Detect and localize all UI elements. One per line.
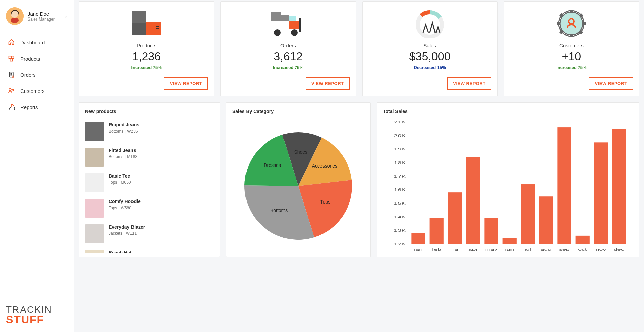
x-tick: dec [614,247,624,251]
bar-chart: 12K13K14K15K16K17K18K19K20K21Kjanfebmara… [383,119,633,253]
pie-icon [8,104,15,110]
user-block[interactable]: Jane Doe Sales Manager ⌄ [6,7,68,25]
list-item[interactable]: Beach Hat Accessories|W322 [85,247,210,253]
view-report-button[interactable]: VIEW REPORT [447,77,491,90]
kpi-delta: Increased 75% [273,65,303,70]
product-meta: Jackets|W111 [109,231,145,236]
panel-heading: Total Sales [383,109,633,114]
product-name: Comfy Hoodie [109,199,141,204]
x-tick: nov [596,247,606,251]
svg-rect-2 [11,18,19,23]
kpi-title: Sales [423,43,436,48]
view-report-button[interactable]: VIEW REPORT [589,77,633,90]
bar [448,192,462,244]
kpi-card-products: Products 1,236 Increased 75% VIEW REPORT [79,1,214,96]
list-item[interactable]: Everyday Blazer Jackets|W111 [85,221,210,247]
users-icon [8,87,15,94]
product-name: Ripped Jeans [109,122,139,127]
logo: TRACKIN STUFF [6,305,68,325]
brand-bot: STUFF [6,315,68,325]
svg-rect-5 [10,59,13,61]
panel-new-products: New products Ripped Jeans Bottoms|W235 F… [79,102,220,257]
boxes-icon [8,55,15,62]
kpi-title: Customers [559,43,584,48]
x-tick: feb [432,247,441,251]
sidebar-item-customers[interactable]: Customers [6,83,68,99]
y-tick: 20K [394,134,406,138]
x-tick: oct [578,247,587,251]
user-role: Sales Manager [28,17,60,22]
bar [503,238,517,244]
brand-top: TRACKIN [6,305,68,315]
bar [576,236,590,244]
forklift-icon [268,9,308,38]
list-item[interactable]: Fitted Jeans Bottoms|M188 [85,144,210,170]
svg-point-11 [9,88,11,91]
product-name: Basic Tee [109,173,131,179]
sidebar-item-products[interactable]: Products [6,50,68,67]
panel-sales-by-category: Sales By Category ShoesAccessoriesTopsBo… [226,102,371,257]
y-tick: 13K [394,228,406,232]
sidebar-item-reports[interactable]: Reports [6,99,68,115]
bar [466,157,480,244]
svg-rect-21 [299,18,301,32]
kpi-row: Products 1,236 Increased 75% VIEW REPORT… [79,0,639,96]
product-thumb [85,199,104,218]
svg-point-12 [12,89,14,91]
pie-label: Shoes [294,149,307,155]
svg-rect-18 [271,12,281,21]
sidebar-item-dashboard[interactable]: Dashboard [6,34,68,50]
nav-label: Customers [20,88,45,94]
product-thumb [85,122,104,141]
clipboard-icon [8,71,15,78]
kpi-card-orders: Orders 3,612 Increased 75% VIEW REPORT [220,1,356,96]
bar [521,184,535,244]
product-name: Fitted Jeans [109,148,137,153]
nav-label: Dashboard [20,40,45,45]
x-tick: apr [468,247,478,251]
bar [484,218,498,244]
chevron-down-icon[interactable]: ⌄ [64,13,68,19]
product-meta: Tops|M050 [109,180,131,185]
bar [539,196,553,244]
x-tick: jan [414,247,423,251]
gauge-icon [413,9,447,38]
sidebar-item-orders[interactable]: Orders [6,67,68,83]
kpi-value: $35,000 [409,50,451,63]
svg-rect-24 [289,16,296,21]
y-tick: 21K [394,120,406,124]
svg-rect-28 [570,10,573,13]
product-list[interactable]: Ripped Jeans Bottoms|W235 Fitted Jeans B… [85,119,214,253]
kpi-value: 1,236 [132,50,161,63]
y-tick: 16K [394,188,406,192]
panel-total-sales: Total Sales 12K13K14K15K16K17K18K19K20K2… [377,102,639,257]
kpi-delta: Decreased 15% [414,65,446,70]
bar [612,129,626,244]
svg-rect-13 [132,11,146,23]
y-tick: 19K [394,147,406,151]
avatar [6,7,24,25]
pie-label: Dresses [264,162,281,168]
product-thumb [85,224,104,243]
product-name: Everyday Blazer [109,224,145,230]
product-meta: Bottoms|M188 [109,154,137,159]
list-item[interactable]: Comfy Hoodie Tops|W580 [85,195,210,221]
svg-rect-29 [570,34,573,37]
panels: New products Ripped Jeans Bottoms|W235 F… [79,102,639,257]
list-item[interactable]: Basic Tee Tops|M050 [85,170,210,195]
view-report-button[interactable]: VIEW REPORT [306,77,350,90]
pie-label: Tops [320,199,331,205]
panel-heading: Sales By Category [232,109,364,114]
y-tick: 14K [394,215,406,219]
y-tick: 12K [394,242,406,246]
x-tick: mar [449,247,461,251]
svg-rect-30 [557,22,560,25]
product-thumb [85,148,104,167]
pie-label: Accessories [312,163,337,169]
x-tick: may [485,247,498,251]
product-meta: Bottoms|W235 [109,129,139,134]
list-item[interactable]: Ripped Jeans Bottoms|W235 [85,119,210,144]
boxes-stacked-icon [130,9,163,38]
kpi-title: Orders [280,43,296,48]
view-report-button[interactable]: VIEW REPORT [164,77,208,90]
